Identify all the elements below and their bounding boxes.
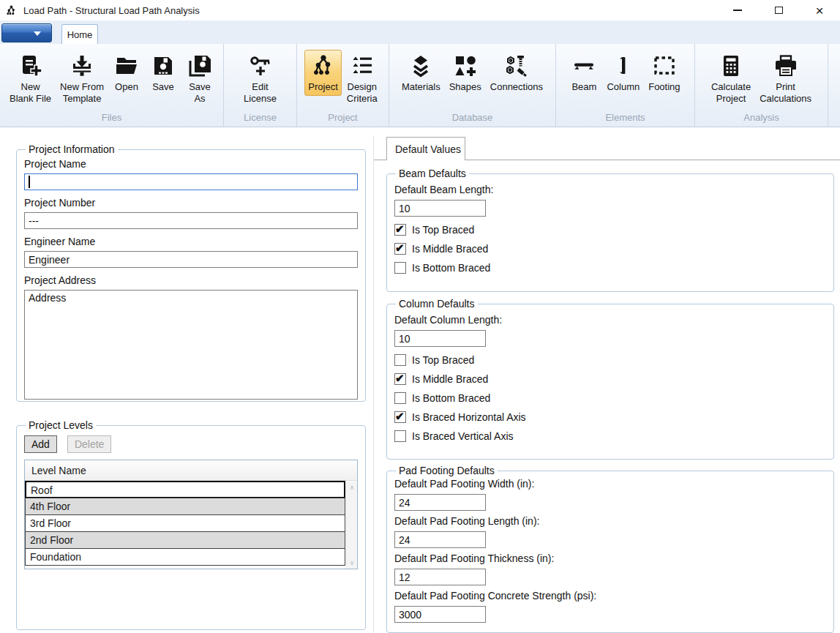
key-icon [248, 53, 273, 78]
project-levels-group: Project Levels Add Delete Level Name Roo… [16, 419, 366, 630]
ribbon-group-label: Database [391, 111, 554, 127]
column-icon [611, 53, 636, 78]
design-criteria-icon [350, 53, 375, 78]
column-is-top-braced-checkbox[interactable] [394, 354, 406, 366]
button-label: Column [607, 81, 640, 93]
app-logo-icon [6, 5, 17, 16]
save-as-button[interactable]: Save As [182, 50, 217, 108]
materials-layers-icon [408, 53, 433, 78]
pad-footing-width-input[interactable] [394, 494, 486, 511]
scroll-up-icon[interactable]: ∧ [347, 484, 357, 491]
level-row[interactable]: 2nd Floor [25, 531, 345, 549]
project-number-label: Project Number [24, 197, 358, 209]
pad-footing-thickness-input[interactable] [394, 569, 486, 585]
maximize-button[interactable] [758, 0, 799, 20]
save-button[interactable]: Save [146, 50, 181, 96]
save-icon [151, 53, 176, 78]
new-from-template-icon [70, 53, 94, 78]
scroll-down-icon[interactable]: ∨ [347, 559, 357, 566]
default-column-length-input[interactable] [394, 330, 486, 347]
design-criteria-button[interactable]: Design Criteria [343, 50, 381, 108]
pad-footing-concrete-strength-input[interactable] [394, 606, 486, 623]
column-is-braced-horizontal-axis-checkbox[interactable] [394, 411, 406, 423]
footing-button[interactable]: Footing [645, 50, 683, 96]
button-label: Footing [648, 81, 680, 93]
column-is-bottom-braced-checkbox[interactable] [394, 392, 406, 404]
tab-home[interactable]: Home [61, 24, 98, 45]
save-as-icon [187, 53, 212, 78]
default-beam-length-input[interactable] [394, 200, 486, 217]
pad-footing-defaults-legend: Pad Footing Defaults [396, 465, 498, 476]
edit-license-button[interactable]: Edit License [240, 50, 280, 108]
add-level-button[interactable]: Add [24, 435, 57, 453]
level-row[interactable]: Roof [25, 481, 345, 498]
project-name-input[interactable] [24, 173, 358, 190]
button-label: Design Criteria [347, 81, 378, 105]
minimize-button[interactable] [717, 0, 758, 20]
shapes-icon [453, 53, 478, 78]
pad-footing-concrete-strength-label: Default Pad Footing Concrete Strength (p… [394, 590, 826, 602]
level-row[interactable]: 4th Floor [25, 498, 345, 515]
print-calculations-button[interactable]: Print Calculations [756, 50, 815, 108]
materials-button[interactable]: Materials [398, 50, 444, 96]
close-button[interactable]: × [799, 0, 840, 20]
project-information-legend: Project Information [26, 143, 118, 155]
new-blank-file-button[interactable]: New Blank File [6, 50, 55, 108]
dropdown-arrow-icon [34, 31, 41, 36]
ribbon-group-label: Elements [558, 111, 693, 127]
checkbox-label: Is Braced Horizontal Axis [412, 411, 526, 423]
tab-default-values[interactable]: Default Values [386, 137, 465, 160]
engineer-name-input[interactable] [24, 251, 358, 268]
project-address-input[interactable]: Address [24, 290, 358, 400]
beam-button[interactable]: Beam [566, 50, 601, 96]
level-row[interactable]: Foundation [25, 548, 345, 566]
checkbox-label: Is Top Braced [412, 224, 474, 236]
pad-footing-length-label: Default Pad Footing Length (in): [394, 515, 826, 527]
button-label: Open [115, 81, 138, 93]
checkbox-label: Is Middle Braced [412, 373, 488, 385]
checkbox-label: Is Braced Vertical Axis [412, 430, 514, 442]
project-name-label: Project Name [24, 158, 358, 170]
engineer-name-label: Engineer Name [24, 236, 358, 247]
button-label: New Blank File [10, 81, 51, 105]
beam-is-middle-braced-checkbox[interactable] [394, 243, 406, 255]
column-is-middle-braced-checkbox[interactable] [394, 373, 406, 385]
button-label: Edit License [244, 81, 277, 105]
main-content: Project Information Project Name Project… [0, 128, 840, 633]
level-row[interactable]: 3rd Floor [25, 514, 345, 532]
close-icon: × [815, 4, 823, 18]
project-button[interactable]: Project [304, 50, 341, 96]
beam-is-bottom-braced-checkbox[interactable] [394, 262, 406, 274]
file-menu-button[interactable] [1, 23, 52, 42]
new-from-template-button[interactable]: New From Template [56, 50, 108, 108]
button-label: New From Template [60, 81, 104, 105]
ribbon-group-elements: Beam Column Footing Elements [556, 44, 695, 127]
ribbon-group-project: Project Design Criteria Project [297, 44, 389, 127]
shapes-button[interactable]: Shapes [446, 50, 485, 96]
calculate-project-button[interactable]: Calculate Project [708, 50, 754, 108]
default-column-length-label: Default Column Length: [394, 314, 826, 326]
beam-defaults-legend: Beam Defaults [396, 168, 469, 179]
ribbon-group-analysis: Calculate Project Print Calculations Ana… [695, 44, 828, 127]
level-name-column-header[interactable]: Level Name [25, 460, 357, 481]
column-is-braced-vertical-axis-checkbox[interactable] [394, 430, 406, 442]
levels-scrollbar[interactable]: ∧ ∨ [346, 482, 357, 569]
pad-footing-length-input[interactable] [394, 531, 486, 548]
delete-level-button[interactable]: Delete [67, 435, 111, 453]
tab-default-values-label: Default Values [395, 143, 461, 155]
button-label: Print Calculations [760, 81, 811, 105]
button-label: Materials [402, 81, 440, 93]
project-number-input[interactable] [24, 212, 358, 229]
button-label: Project [308, 81, 337, 93]
checkbox-label: Is Bottom Braced [412, 262, 490, 274]
project-levels-legend: Project Levels [26, 419, 96, 431]
tab-home-label: Home [67, 29, 93, 40]
button-label: Save [152, 81, 174, 93]
button-label: Save As [189, 81, 211, 105]
open-button[interactable]: Open [109, 50, 144, 96]
column-button[interactable]: Column [603, 50, 643, 96]
new-blank-file-icon [18, 53, 43, 78]
connections-button[interactable]: Connections [487, 50, 547, 96]
beam-is-top-braced-checkbox[interactable] [394, 224, 406, 236]
levels-table: Level Name Roof 4th Floor 3rd Floor 2nd … [24, 460, 358, 569]
